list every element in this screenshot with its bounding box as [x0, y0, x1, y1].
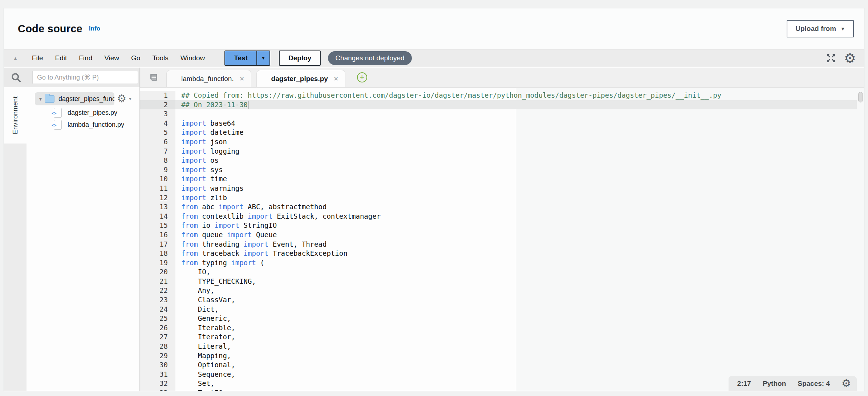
- line-number[interactable]: 8: [140, 156, 175, 165]
- upload-from-button[interactable]: Upload from ▼: [787, 20, 854, 37]
- code-line[interactable]: 14from contextlib import ExitStack, cont…: [140, 212, 864, 221]
- code-line[interactable]: 30 Optional,: [140, 360, 864, 370]
- line-number[interactable]: 20: [140, 267, 175, 277]
- line-number[interactable]: 29: [140, 351, 175, 361]
- code-line-text[interactable]: Mapping,: [175, 351, 864, 361]
- code-line-text[interactable]: import base64: [175, 119, 864, 128]
- cursor-position[interactable]: 2:17: [737, 380, 751, 388]
- line-number[interactable]: 7: [140, 147, 175, 156]
- line-number[interactable]: 17: [140, 240, 175, 249]
- menu-item-file[interactable]: File: [32, 54, 43, 62]
- line-number[interactable]: 23: [140, 295, 175, 305]
- code-line[interactable]: 20 IO,: [140, 267, 864, 277]
- info-link[interactable]: Info: [89, 25, 100, 32]
- line-number[interactable]: 5: [140, 128, 175, 137]
- code-line[interactable]: 9import sys: [140, 165, 864, 175]
- line-number[interactable]: 30: [140, 360, 175, 370]
- line-number[interactable]: 10: [140, 174, 175, 184]
- code-line[interactable]: 27 Iterator,: [140, 332, 864, 342]
- line-number[interactable]: 19: [140, 258, 175, 268]
- code-line-text[interactable]: from contextlib import ExitStack, contex…: [175, 212, 864, 221]
- line-number[interactable]: 16: [140, 230, 175, 240]
- line-number[interactable]: 6: [140, 137, 175, 147]
- code-area[interactable]: 1## Copied from: https://raw.githubuserc…: [140, 88, 864, 391]
- code-line[interactable]: 28 Literal,: [140, 342, 864, 351]
- scrollbar-track[interactable]: [857, 88, 864, 391]
- tab-close-icon[interactable]: ×: [240, 75, 244, 83]
- code-line[interactable]: 22 Any,: [140, 286, 864, 295]
- line-number[interactable]: 13: [140, 202, 175, 212]
- code-line-text[interactable]: TYPE_CHECKING,: [175, 277, 864, 286]
- line-number[interactable]: 24: [140, 305, 175, 314]
- code-line[interactable]: 26 Iterable,: [140, 323, 864, 333]
- code-line-text[interactable]: ## On 2023-11-30: [175, 100, 864, 110]
- code-line-text[interactable]: from io import StringIO: [175, 221, 864, 230]
- code-line[interactable]: 8import os: [140, 156, 864, 165]
- code-line-text[interactable]: from typing import (: [175, 258, 864, 268]
- code-line-text[interactable]: import sys: [175, 165, 864, 175]
- test-button[interactable]: Test: [225, 51, 256, 65]
- line-number[interactable]: 31: [140, 370, 175, 379]
- line-number[interactable]: 22: [140, 286, 175, 295]
- code-line[interactable]: 25 Generic,: [140, 314, 864, 323]
- line-number[interactable]: 4: [140, 119, 175, 128]
- fullscreen-icon[interactable]: [826, 53, 836, 63]
- menu-item-find[interactable]: Find: [79, 54, 92, 62]
- scrollbar-thumb[interactable]: [858, 92, 863, 102]
- code-line-text[interactable]: Generic,: [175, 314, 864, 323]
- code-line[interactable]: 18from traceback import TracebackExcepti…: [140, 249, 864, 258]
- test-dropdown-button[interactable]: ▼: [256, 51, 269, 65]
- disclosure-triangle-icon[interactable]: ▼: [38, 96, 45, 102]
- tab-close-icon[interactable]: ×: [334, 75, 338, 83]
- indent-setting[interactable]: Spaces: 4: [798, 380, 830, 388]
- code-line[interactable]: 5import datetime: [140, 128, 864, 137]
- code-line-text[interactable]: Dict,: [175, 305, 864, 314]
- code-line[interactable]: 10import time: [140, 174, 864, 184]
- file-item-lambda-function[interactable]: lambda_function.py: [27, 119, 139, 131]
- code-line-text[interactable]: Optional,: [175, 360, 864, 370]
- code-line-text[interactable]: import datetime: [175, 128, 864, 137]
- tree-folder-row[interactable]: ▼ dagster_pipes_funct: [35, 92, 114, 105]
- code-line-text[interactable]: from threading import Event, Thread: [175, 240, 864, 249]
- tab-lambda-function[interactable]: lambda_function.×: [166, 70, 251, 87]
- code-line-text[interactable]: import time: [175, 174, 864, 184]
- menu-item-edit[interactable]: Edit: [55, 54, 67, 62]
- code-line[interactable]: 6import json: [140, 137, 864, 147]
- line-number[interactable]: 32: [140, 379, 175, 388]
- line-number[interactable]: 27: [140, 332, 175, 342]
- menu-item-view[interactable]: View: [104, 54, 119, 62]
- line-number[interactable]: 11: [140, 184, 175, 193]
- code-line-text[interactable]: from traceback import TracebackException: [175, 249, 864, 258]
- code-line-text[interactable]: import os: [175, 156, 864, 165]
- new-tab-button[interactable]: +: [357, 72, 367, 82]
- code-line-text[interactable]: [175, 109, 864, 119]
- line-number[interactable]: 15: [140, 221, 175, 230]
- line-number[interactable]: 33: [140, 388, 175, 391]
- code-line[interactable]: 19from typing import (: [140, 258, 864, 268]
- code-line[interactable]: 3: [140, 109, 864, 119]
- code-line[interactable]: 13from abc import ABC, abstractmethod: [140, 202, 864, 212]
- search-input[interactable]: [32, 71, 138, 84]
- code-line-text[interactable]: Any,: [175, 286, 864, 295]
- code-line[interactable]: 4import base64: [140, 119, 864, 128]
- file-item-dagster-pipes[interactable]: dagster_pipes.py: [27, 107, 139, 119]
- code-line[interactable]: 1## Copied from: https://raw.githubuserc…: [140, 91, 864, 100]
- code-line-text[interactable]: Iterator,: [175, 332, 864, 342]
- line-number[interactable]: 26: [140, 323, 175, 333]
- code-line-text[interactable]: from abc import ABC, abstractmethod: [175, 202, 864, 212]
- tab-environment[interactable]: Environment: [4, 87, 27, 144]
- code-line-text[interactable]: ## Copied from: https://raw.githubuserco…: [175, 91, 864, 100]
- code-line-text[interactable]: import zlib: [175, 193, 864, 203]
- code-line[interactable]: 11import warnings: [140, 184, 864, 193]
- code-line-text[interactable]: from queue import Queue: [175, 230, 864, 240]
- code-line-text[interactable]: Iterable,: [175, 323, 864, 333]
- code-line-text[interactable]: IO,: [175, 267, 864, 277]
- code-line-text[interactable]: import logging: [175, 147, 864, 156]
- menu-item-go[interactable]: Go: [131, 54, 140, 62]
- menu-item-window[interactable]: Window: [181, 54, 205, 62]
- tab-list-icon[interactable]: [148, 73, 158, 83]
- code-line[interactable]: 12import zlib: [140, 193, 864, 203]
- line-number[interactable]: 21: [140, 277, 175, 286]
- code-line[interactable]: 2## On 2023-11-30: [140, 100, 864, 110]
- line-number[interactable]: 12: [140, 193, 175, 203]
